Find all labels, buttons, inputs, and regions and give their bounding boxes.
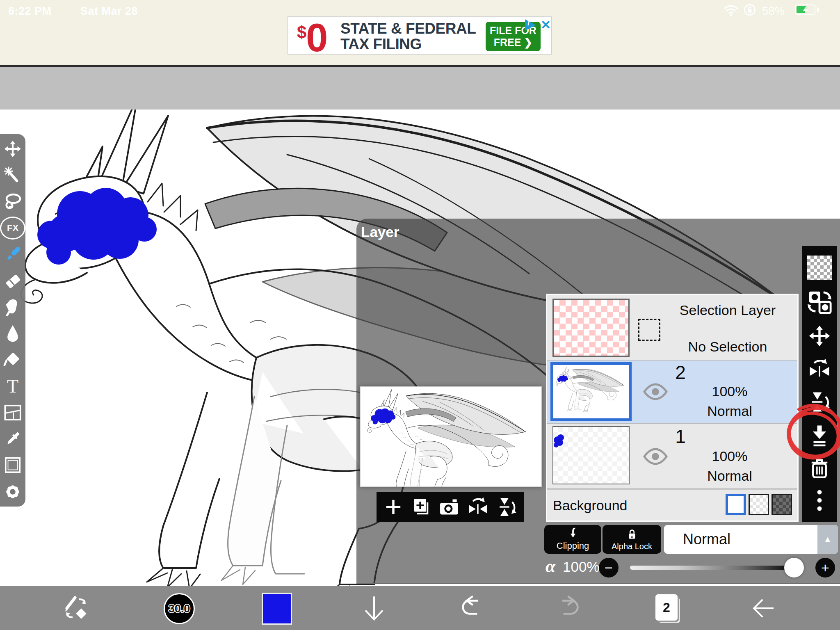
background-label: Background (553, 498, 627, 514)
selection-layer-status: No Selection (662, 339, 793, 355)
layer-row-1[interactable]: 1 100% Normal (547, 424, 797, 488)
ad-banner[interactable]: $ 0 STATE & FEDERAL TAX FILING FILE FOR … (288, 16, 552, 55)
wifi-icon (723, 3, 739, 16)
clock-date: Sat Mar 28 (80, 5, 138, 18)
canvas-tool[interactable] (0, 454, 25, 477)
layer-command-strip (802, 246, 837, 522)
canvas-preview[interactable] (360, 386, 542, 487)
text-tool[interactable]: T (0, 375, 25, 398)
camera-icon[interactable] (438, 496, 460, 518)
layer-2-thumbnail[interactable] (550, 362, 632, 421)
layer-1-thumbnail[interactable] (552, 426, 630, 484)
eraser-tool[interactable] (0, 269, 25, 292)
ad-zero: 0 (306, 15, 328, 60)
clipping-button[interactable]: Clipping (544, 525, 601, 554)
trash-icon[interactable] (808, 457, 831, 479)
lasso-tool[interactable] (0, 190, 25, 213)
layer-quick-toolbar (377, 492, 524, 522)
add-layer-icon[interactable] (410, 496, 431, 518)
ad-dollar-sign: $ (297, 23, 306, 42)
alpha-lock-button[interactable]: α Alpha Lock (603, 525, 661, 554)
selection-layer-row[interactable]: Selection Layer No Selection (547, 295, 797, 360)
fx-tool[interactable]: FX (0, 217, 25, 240)
layer-2-number: 2 (662, 361, 699, 383)
add-icon[interactable] (383, 497, 404, 517)
flip-horizontal-icon[interactable] (808, 357, 831, 381)
adchoices-label: i (527, 19, 530, 27)
alpha-value: 100% (563, 559, 600, 575)
chevron-up-icon: ▲ (823, 534, 832, 545)
bottom-toolbar: 30.0 2 (0, 586, 840, 630)
undo-icon[interactable] (459, 595, 485, 621)
layer-convert-icon[interactable] (807, 289, 832, 315)
layer-move-icon[interactable] (808, 324, 831, 348)
transparency-checker-icon[interactable] (807, 256, 832, 280)
frame-tool[interactable] (0, 401, 25, 424)
background-light-checker-swatch[interactable] (749, 494, 769, 515)
tool-sidebar: FX T (0, 134, 25, 507)
background-row[interactable]: Background (547, 490, 797, 520)
alpha-minus-button[interactable]: − (599, 558, 619, 578)
ad-headline-line1: STATE & FEDERAL (340, 21, 476, 36)
blend-mode-value: Normal (664, 525, 817, 554)
clock-time: 6:22 PM (8, 5, 52, 18)
gear-icon (3, 482, 23, 502)
more-ellipsis-icon[interactable] (809, 488, 830, 512)
layer-1-opacity: 100% (670, 448, 789, 464)
layer-2-blend: Normal (670, 403, 789, 419)
selection-layer-thumbnail[interactable] (552, 299, 630, 357)
blur-drop-tool[interactable] (0, 322, 25, 345)
brush-size-button[interactable]: 30.0 (164, 593, 195, 624)
alpha-symbol: α (546, 556, 555, 577)
ad-close-icon[interactable]: ✕ (541, 18, 551, 32)
selection-layer-name: Selection Layer (662, 302, 793, 318)
color-swatch[interactable] (262, 593, 292, 625)
blend-mode-spinner[interactable]: ▲ (817, 525, 838, 554)
magic-wand-tool[interactable] (0, 164, 25, 187)
background-dark-checker-swatch[interactable] (772, 494, 792, 515)
eye-icon[interactable] (642, 383, 669, 401)
redo-icon[interactable] (556, 595, 582, 621)
rotation-lock-icon (743, 3, 756, 16)
battery-percent: 58% (762, 5, 785, 18)
flip-horizontal-icon[interactable] (467, 496, 489, 518)
brush-eraser-swap-icon[interactable] (61, 593, 91, 623)
blend-mode-dropdown[interactable]: Normal ▲ (664, 525, 838, 554)
selection-marquee-icon (638, 319, 660, 341)
alpha-plus-button[interactable]: + (815, 558, 835, 578)
clipping-arrow-icon (566, 527, 580, 541)
layer-1-number: 1 (662, 425, 699, 447)
ad-headline-line2: TAX FILING (340, 37, 422, 52)
layers-button[interactable]: 2 (655, 594, 678, 621)
top-toolbar-band (0, 67, 840, 110)
battery-icon (795, 5, 815, 15)
flip-vertical-icon[interactable] (808, 390, 831, 414)
brush-tool-active[interactable] (0, 243, 25, 266)
move-tool[interactable] (0, 137, 25, 160)
layer-list: Selection Layer No Selection 2 100% Norm… (546, 294, 799, 522)
text-icon: T (7, 375, 18, 397)
layer-row-2[interactable]: 2 100% Normal (547, 361, 797, 423)
fx-icon: FX (0, 217, 25, 240)
layer-count-badge: 2 (663, 600, 670, 615)
eyedropper-tool[interactable] (0, 427, 25, 450)
layer-panel-title: Layer (361, 224, 399, 240)
adchoices-icon[interactable] (525, 19, 536, 31)
svg-text:α: α (631, 534, 633, 539)
brush-icon (2, 244, 23, 265)
background-white-swatch[interactable] (726, 494, 746, 515)
back-arrow-icon[interactable] (751, 595, 777, 621)
merge-down-icon[interactable] (808, 423, 831, 447)
settings-tool[interactable] (0, 480, 25, 503)
alpha-lock-icon: α (625, 528, 639, 542)
bucket-tool[interactable] (0, 348, 25, 371)
layer-2-opacity: 100% (670, 383, 789, 399)
alpha-slider-track[interactable] (630, 566, 790, 570)
battery-cap (817, 7, 819, 12)
layer-1-blend: Normal (670, 468, 789, 484)
flip-vertical-icon[interactable] (495, 496, 518, 518)
smudge-tool[interactable] (0, 296, 25, 319)
eye-icon[interactable] (642, 447, 669, 466)
down-arrow-icon[interactable] (361, 594, 387, 622)
alpha-slider-knob[interactable] (784, 558, 804, 578)
